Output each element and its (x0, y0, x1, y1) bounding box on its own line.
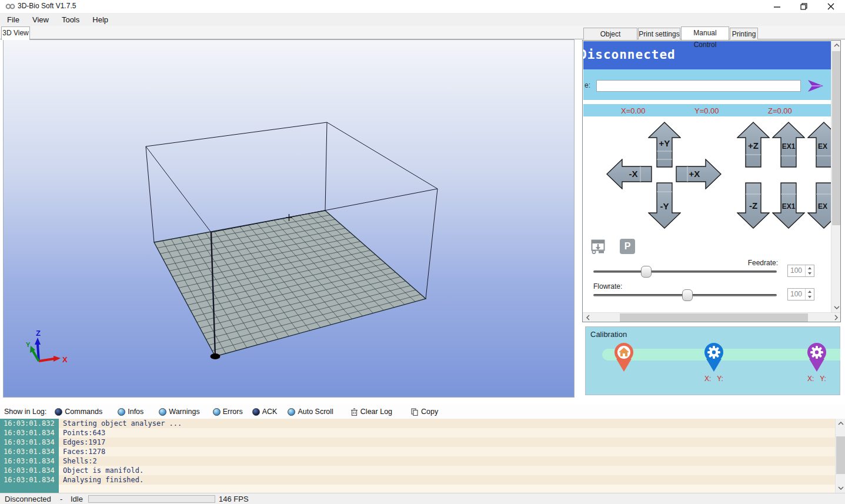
tab-strip: 3D View Object Placement Print settings … (0, 26, 845, 39)
flowrate-up-icon[interactable] (806, 289, 814, 295)
toggle-label: ACK (262, 408, 278, 416)
home-printer-button[interactable] (590, 239, 606, 254)
calibration-point-2-pin[interactable] (804, 341, 830, 373)
gear-icon (707, 346, 720, 359)
trash-icon (351, 408, 358, 416)
log-row: 16:03:01.834Points:643 (0, 428, 845, 438)
menu-view[interactable]: View (26, 14, 55, 25)
jog-extruder1-down-button[interactable]: EX1 (772, 182, 805, 229)
log-message: Points:643 (63, 428, 833, 438)
svg-text:+Z: +Z (748, 141, 759, 151)
flowrate-label: Flowrate: (593, 282, 622, 291)
toggle-label: Infos (128, 408, 143, 416)
jog-plus-x-button[interactable]: +X (676, 159, 722, 189)
log-toggle-ack[interactable]: ACK (252, 408, 278, 416)
menu-tools[interactable]: Tools (56, 14, 85, 25)
log-message: Analysing finished. (63, 475, 833, 485)
log-timestamp: 16:03:01.834 (0, 428, 59, 438)
jog-plus-z-button[interactable]: +Z (737, 122, 770, 168)
flowrate-slider[interactable] (593, 294, 777, 296)
show-in-log-label: Show in Log: (4, 408, 46, 416)
scroll-right-icon[interactable] (831, 313, 841, 322)
log-row: 16:03:01.834Edges:1917 (0, 438, 845, 447)
log-timestamp: 16:03:01.834 (0, 466, 59, 475)
axis-indicator: ZXY (26, 329, 68, 364)
menu-file[interactable]: File (1, 14, 25, 25)
app-icon (5, 3, 16, 10)
feedrate-spinner[interactable]: 100 (787, 265, 814, 277)
toggle-led-icon (213, 408, 221, 416)
scroll-up-icon[interactable] (836, 419, 845, 428)
toggle-label: Auto Scroll (298, 408, 333, 416)
jog-extruder1-up-button[interactable]: EX1 (772, 122, 805, 168)
viewport-3d[interactable]: ZXY (3, 39, 575, 398)
connection-status-text: Disconnected (583, 48, 676, 62)
home-position-pin[interactable] (611, 341, 637, 373)
calibration-point-1-coords: X: Y: (690, 375, 737, 383)
origin-dot (211, 353, 221, 359)
log-toggle-warnings[interactable]: Warnings (159, 408, 199, 416)
park-position-button[interactable]: P (620, 239, 635, 254)
feedrate-slider[interactable] (593, 271, 777, 273)
log-toggle-errors[interactable]: Errors (213, 408, 243, 416)
tab-manual-control[interactable]: Manual Control (681, 26, 729, 40)
z-axis-label: Z (36, 329, 41, 338)
flowrate-spinner[interactable]: 100 (787, 288, 814, 301)
jog-minus-y-button[interactable]: -Y (648, 182, 681, 229)
minimize-button[interactable] (768, 0, 786, 13)
log-vertical-scrollbar[interactable] (835, 419, 845, 493)
log-message: Object is manifold. (63, 466, 833, 475)
flowrate-down-icon[interactable] (806, 295, 814, 301)
log-row: 16:03:01.834Object is manifold. (0, 466, 845, 475)
scroll-thumb[interactable] (832, 51, 841, 225)
scroll-down-icon[interactable] (836, 483, 845, 493)
log-toggle-auto-scroll[interactable]: Auto Scroll (288, 408, 333, 416)
panel-horizontal-scrollbar[interactable] (583, 312, 841, 322)
scroll-up-icon[interactable] (831, 41, 841, 50)
log-message: Faces:1278 (63, 447, 833, 456)
jog-minus-z-button[interactable]: -Z (737, 182, 770, 229)
feedrate-slider-thumb[interactable] (641, 266, 652, 278)
window-title: 3D-Bio Soft V1.7.5 (18, 2, 76, 10)
fps-counter: 146 FPS (219, 495, 249, 503)
menu-help[interactable]: Help (86, 14, 114, 25)
jog-minus-x-button[interactable]: -X (606, 159, 652, 189)
menu-bar: File View Tools Help (0, 13, 845, 26)
progress-bar (88, 495, 215, 503)
tab-printing[interactable]: Printing (730, 28, 758, 39)
log-row: 16:03:01.834Analysing finished. (0, 475, 845, 485)
log-row: 16:03:01.832Starting object analyser ... (0, 419, 845, 428)
flowrate-slider-thumb[interactable] (682, 289, 693, 301)
toggle-led-icon (118, 408, 125, 416)
status-bar: Disconnected - Idle 146 FPS (0, 493, 845, 504)
feedrate-up-icon[interactable] (806, 265, 814, 271)
send-gcode-button[interactable] (807, 79, 824, 93)
scroll-thumb[interactable] (836, 436, 845, 474)
print-bed-grid (154, 211, 426, 356)
connection-status: Disconnected (5, 495, 51, 503)
log-timestamp: 16:03:01.834 (0, 475, 59, 485)
log-toggle-infos[interactable]: Infos (118, 408, 143, 416)
scroll-left-icon[interactable] (583, 313, 593, 322)
feedrate-down-icon[interactable] (806, 271, 814, 277)
tab-print-settings[interactable]: Print settings (638, 28, 680, 39)
log-message: Edges:1917 (63, 438, 833, 447)
panel-vertical-scrollbar[interactable] (831, 41, 841, 312)
svg-text:EX1: EX1 (782, 202, 796, 211)
log-toolbar: Show in Log: CommandsInfosWarningsErrors… (0, 405, 845, 419)
coordinate-readout: X=0.00 Y=0.00 Z=0.00 (583, 102, 831, 116)
log-toggle-commands[interactable]: Commands (55, 408, 102, 416)
scroll-thumb[interactable] (620, 313, 808, 322)
log-area[interactable]: 16:03:01.832Starting object analyser ...… (0, 419, 845, 493)
log-message: Starting object analyser ... (63, 419, 833, 428)
calibration-panel: Calibration X: Y: X: Y: (585, 326, 840, 395)
clear-log-button[interactable]: Clear Log (351, 408, 392, 416)
close-button[interactable] (822, 0, 840, 13)
tab-object-placement[interactable]: Object Placement (583, 28, 637, 39)
tab-3d-view[interactable]: 3D View (1, 26, 30, 40)
restore-button[interactable] (795, 0, 813, 13)
calibration-point-1-pin[interactable] (701, 341, 727, 373)
scroll-down-icon[interactable] (831, 303, 841, 312)
copy-log-button[interactable]: Copy (411, 408, 438, 416)
gcode-input[interactable] (596, 80, 801, 92)
